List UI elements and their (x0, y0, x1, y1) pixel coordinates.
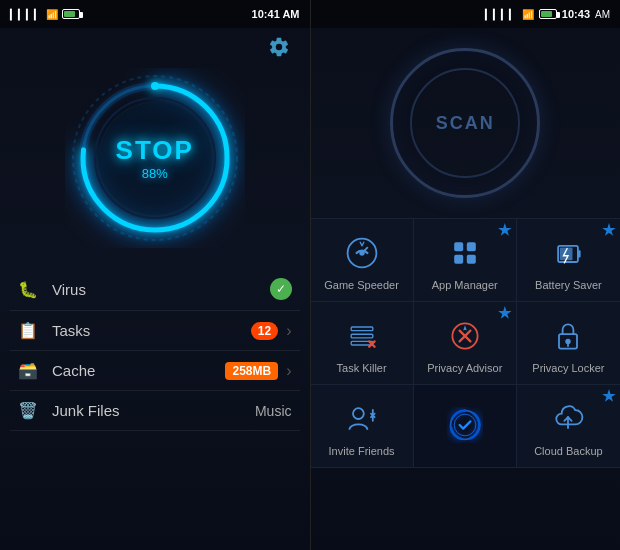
scan-area[interactable]: SCAN (311, 28, 621, 218)
svg-rect-12 (454, 255, 463, 264)
cache-icon: 🗃️ (18, 361, 46, 380)
svg-rect-17 (351, 327, 373, 331)
grid-item-privacy-advisor[interactable]: Privacy Advisor (414, 302, 517, 385)
svg-rect-15 (578, 250, 581, 257)
gauge-container[interactable]: STOP 88% (65, 68, 245, 248)
cloud-backup-icon (548, 399, 588, 439)
cache-arrow-icon: › (286, 362, 291, 380)
app-manager-new-badge (498, 223, 512, 237)
battery-icon (62, 9, 80, 19)
signal-bars: ▎▎▎▎ (10, 9, 42, 20)
tasks-label: Tasks (52, 322, 251, 339)
percent-label: 88% (142, 166, 168, 181)
right-panel: ▎▎▎▎ 📶 10:43 AM SCAN Game S (311, 0, 621, 550)
privacy-advisor-icon (445, 316, 485, 356)
virus-label: Virus (52, 281, 270, 298)
wifi-icon: 📶 (46, 9, 58, 20)
grid-item-cloud-backup[interactable]: Cloud Backup (517, 385, 620, 468)
right-status-bar: ▎▎▎▎ 📶 10:43 AM (311, 0, 621, 28)
cache-row[interactable]: 🗃️ Cache 258MB › (10, 351, 300, 391)
cloud-backup-label: Cloud Backup (534, 445, 603, 457)
settings-button[interactable] (268, 36, 294, 62)
svg-rect-11 (467, 242, 476, 251)
svg-rect-18 (351, 334, 373, 338)
scan-inner[interactable]: SCAN (410, 68, 520, 178)
tasks-arrow-icon: › (286, 322, 291, 340)
left-status-time: 10:41 AM (252, 8, 300, 20)
tasks-count-badge: 12 (251, 322, 278, 340)
grid-item-battery-saver[interactable]: Battery Saver (517, 219, 620, 302)
grid-item-app-manager[interactable]: App Manager (414, 219, 517, 302)
right-status-time: 10:43 (562, 8, 590, 20)
cloud-backup-new-badge (602, 389, 616, 403)
grid-item-privacy-locker[interactable]: Privacy Locker (517, 302, 620, 385)
grid-item-game-speeder[interactable]: Game Speeder (311, 219, 414, 302)
junk-icon: 🗑️ (18, 401, 46, 420)
left-status-icons: ▎▎▎▎ 📶 (10, 9, 80, 20)
tasks-row[interactable]: 📋 Tasks 12 › (10, 311, 300, 351)
privacy-advisor-label: Privacy Advisor (427, 362, 502, 374)
right-battery-icon (539, 9, 557, 19)
privacy-locker-label: Privacy Locker (532, 362, 604, 374)
app-manager-icon (445, 233, 485, 273)
virus-status-badge: ✓ (270, 278, 292, 300)
grid-item-task-killer[interactable]: Task Killer (311, 302, 414, 385)
virus-icon: 🐛 (18, 280, 46, 299)
game-speeder-label: Game Speeder (324, 279, 399, 291)
junk-value: Music (255, 403, 292, 419)
scan-circle[interactable]: SCAN (390, 48, 540, 198)
right-wifi-icon: 📶 (522, 9, 534, 20)
gear-icon (268, 36, 290, 58)
grid-item-invite-friends[interactable]: Invite Friends (311, 385, 414, 468)
privacy-advisor-new-badge (498, 306, 512, 320)
svg-point-34 (450, 411, 479, 440)
gauge-center[interactable]: STOP 88% (116, 135, 194, 181)
task-killer-icon (342, 316, 382, 356)
scan-label[interactable]: SCAN (436, 113, 495, 134)
task-killer-label: Task Killer (337, 362, 387, 374)
svg-rect-10 (454, 242, 463, 251)
app-manager-label: App Manager (432, 279, 498, 291)
am-pm-label: AM (595, 9, 610, 20)
svg-rect-13 (467, 255, 476, 264)
virus-row[interactable]: 🐛 Virus ✓ (10, 268, 300, 311)
right-signal-icon: ▎▎▎▎ (485, 9, 517, 20)
stop-label[interactable]: STOP (116, 135, 194, 166)
grid-menu: Game Speeder App Manager (311, 218, 621, 468)
game-speeder-icon (342, 233, 382, 273)
grid-item-center[interactable] (414, 385, 517, 468)
svg-point-26 (566, 339, 571, 344)
tasks-icon: 📋 (18, 321, 46, 340)
cache-size-badge: 258MB (225, 362, 278, 380)
left-status-bar: ▎▎▎▎ 📶 10:41 AM (0, 0, 310, 28)
svg-point-33 (454, 414, 476, 436)
battery-saver-label: Battery Saver (535, 279, 602, 291)
cache-label: Cache (52, 362, 225, 379)
invite-friends-icon (342, 399, 382, 439)
battery-saver-new-badge (602, 223, 616, 237)
junk-files-row[interactable]: 🗑️ Junk Files Music (10, 391, 300, 431)
junk-label: Junk Files (52, 402, 255, 419)
svg-point-28 (353, 408, 364, 419)
left-panel: ▎▎▎▎ 📶 10:41 AM (0, 0, 310, 550)
svg-point-6 (151, 82, 159, 90)
privacy-locker-icon (548, 316, 588, 356)
battery-saver-icon (548, 233, 588, 273)
info-list: 🐛 Virus ✓ 📋 Tasks 12 › 🗃️ Cache 258MB › … (0, 268, 310, 431)
invite-friends-label: Invite Friends (329, 445, 395, 457)
center-icon (445, 405, 485, 445)
